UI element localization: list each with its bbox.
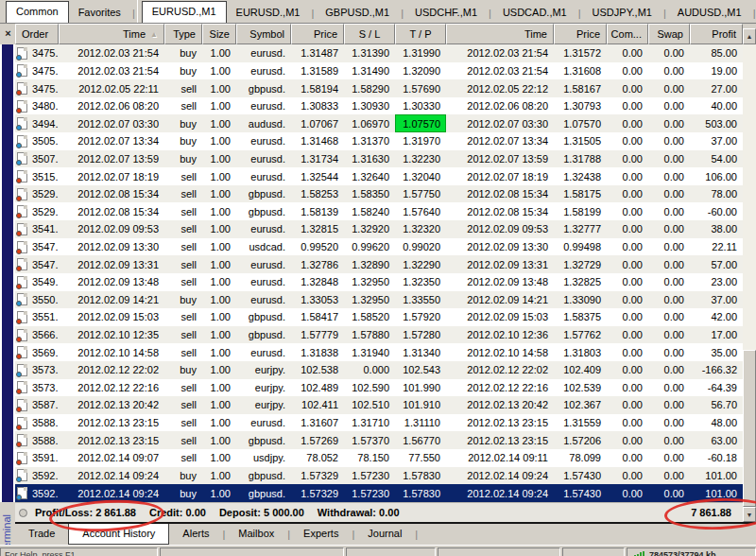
cell-sl: 1.32950	[344, 291, 395, 309]
tab-common[interactable]: Common	[6, 1, 69, 23]
cell-open_time: 2012.02.13 23:15	[59, 414, 164, 432]
buy-dot-icon	[16, 301, 22, 306]
cell-close_price: 1.32729	[554, 255, 607, 273]
history-row[interactable]: 3550...2012.02.09 14:21buy1.00eurusd.1.3…	[15, 291, 743, 309]
sell-dot-icon	[16, 266, 22, 271]
balance-row: Profit/Loss: 2 861.88 Credit: 0.00 Depos…	[15, 502, 743, 522]
cell-open_time: 2012.02.09 15:03	[59, 308, 164, 326]
chart-tab-usdjpy-m1[interactable]: USDJPY.,M1	[583, 4, 662, 23]
cell-open_time: 2012.02.05 22:11	[59, 79, 164, 97]
cell-size: 1.00	[202, 62, 236, 80]
history-row[interactable]: 3480...2012.02.06 08:20sell1.00eurusd.1.…	[15, 97, 743, 115]
cell-size: 1.00	[202, 202, 236, 220]
cell-open_price: 78.052	[291, 449, 344, 467]
column-header-type[interactable]: Type	[164, 24, 202, 44]
scrollbar-up-icon[interactable]: ▲	[743, 28, 756, 44]
cell-order: 3475...	[15, 62, 59, 80]
chart-tab-eurusd-m1[interactable]: EURUSD.,M1	[142, 1, 227, 23]
history-row[interactable]: 3551...2012.02.09 15:03sell1.00gbpusd.1.…	[15, 308, 743, 326]
column-header-close_price[interactable]: Price	[554, 24, 607, 44]
history-row[interactable]: 3569...2012.02.10 14:58sell1.00eurusd.1.…	[15, 343, 743, 361]
history-row[interactable]: 3547...2012.02.09 13:31sell1.00eurusd.1.…	[15, 255, 743, 273]
column-header-close_time[interactable]: Time	[446, 24, 554, 44]
history-row[interactable]: 3515...2012.02.07 18:19sell1.00eurusd.1.…	[15, 167, 743, 185]
terminal-tab-alerts[interactable]: Alerts	[169, 524, 222, 545]
chart-tab-eurusd-m1[interactable]: EURUSD.,M1	[227, 4, 310, 23]
history-row[interactable]: 3507...2012.02.07 13:59buy1.00eurusd.1.3…	[15, 150, 743, 168]
order-doc-sell-icon	[17, 399, 27, 411]
cell-open_time: 2012.02.06 08:20	[59, 97, 164, 115]
history-row[interactable]: 3592...2012.02.14 09:24buy1.00gbpusd.1.5…	[15, 484, 743, 502]
terminal-tab-account-history[interactable]: Account History	[68, 524, 169, 545]
history-row[interactable]: 3549...2012.02.09 13:48sell1.00eurusd.1.…	[15, 273, 743, 291]
cell-type: sell	[164, 238, 202, 256]
history-row[interactable]: 3573...2012.02.12 22:02buy1.00eurjpy.102…	[15, 361, 743, 379]
column-header-symbol[interactable]: Symbol	[236, 24, 291, 44]
cell-order: 3480...	[15, 97, 59, 115]
column-header-tp[interactable]: T / P	[395, 24, 446, 44]
chart-tab-usdchf-m1[interactable]: USDCHF.,M1	[405, 4, 487, 23]
column-header-swap[interactable]: Swap	[648, 24, 690, 44]
column-header-sl[interactable]: S / L	[344, 24, 395, 44]
column-header-order[interactable]: Order	[15, 24, 59, 44]
history-row[interactable]: 3475...2012.02.03 21:54buy1.00eurusd.1.3…	[15, 62, 743, 80]
cell-open_time: 2012.02.10 14:58	[59, 343, 164, 361]
cell-sl: 78.150	[344, 449, 395, 467]
column-header-label: Type	[173, 28, 196, 40]
order-number: 3551...	[32, 311, 59, 322]
order-number: 3507...	[32, 153, 59, 165]
sell-dot-icon	[16, 337, 22, 342]
history-row[interactable]: 3588...2012.02.13 23:15sell1.00gbpusd.1.…	[15, 431, 743, 449]
cell-close_time: 2012.02.03 21:54	[446, 44, 554, 62]
history-row[interactable]: 3587...2012.02.13 20:42sell1.00eurjpy.10…	[15, 396, 743, 414]
cell-type: buy	[164, 150, 202, 168]
history-row[interactable]: 3541...2012.02.09 09:53sell1.00eurusd.1.…	[15, 220, 743, 238]
history-row[interactable]: 3566...2012.02.10 12:35sell1.00gbpusd.1.…	[15, 326, 743, 344]
status-segment	[562, 547, 625, 556]
cell-profit: 56.70	[690, 396, 743, 414]
chart-tab-usdcad-m1[interactable]: USDCAD.,M1	[493, 4, 576, 23]
vertical-scrollbar[interactable]: ▼	[743, 44, 756, 522]
column-header-size[interactable]: Size	[202, 24, 236, 44]
terminal-tab-trade[interactable]: Trade	[15, 524, 68, 545]
scrollbar-thumb[interactable]	[743, 350, 756, 507]
scrollbar-down-icon[interactable]: ▼	[743, 507, 756, 522]
terminal-tab-experts[interactable]: Experts	[290, 524, 352, 545]
cell-open_time: 2012.02.09 14:21	[59, 291, 164, 309]
column-header-open_time[interactable]: Time▲	[59, 24, 164, 44]
cell-close_time: 2012.02.06 08:20	[446, 97, 554, 115]
tab-favorites[interactable]: Favorites	[69, 4, 130, 23]
history-row[interactable]: 3547...2012.02.09 13:30sell1.00usdcad.0.…	[15, 238, 743, 256]
status-segment	[438, 547, 560, 556]
cell-tp: 1.32230	[395, 150, 446, 168]
history-row[interactable]: 3494...2012.02.07 03:30buy1.00audusd.1.0…	[15, 114, 743, 132]
buy-dot-icon	[16, 55, 22, 61]
history-row[interactable]: 3591...2012.02.14 09:07sell1.00usdjpy.78…	[15, 449, 743, 467]
history-row[interactable]: 3592...2012.02.14 09:24buy1.00gbpusd.1.5…	[15, 467, 743, 485]
cell-size: 1.00	[202, 343, 236, 361]
cell-symbol: eurusd.	[236, 273, 291, 291]
history-row[interactable]: 3588...2012.02.13 23:15sell1.00eurusd.1.…	[15, 414, 743, 432]
chart-tab-gbpusd-m1[interactable]: GBPUSD.,M1	[316, 4, 399, 23]
history-row[interactable]: 3505...2012.02.07 13:34buy1.00eurusd.1.3…	[15, 132, 743, 150]
column-header-profit[interactable]: Profit	[690, 24, 743, 44]
history-row[interactable]: 3529...2012.02.08 15:34sell1.00gbpusd.1.…	[15, 202, 743, 220]
cell-tp: 1.57280	[395, 326, 446, 344]
cell-type: sell	[164, 326, 202, 344]
history-row[interactable]: 3573...2012.02.12 22:16sell1.00eurjpy.10…	[15, 379, 743, 397]
column-header-label: Order	[22, 28, 48, 40]
history-row[interactable]: 3475...2012.02.05 22:11sell1.00gbpusd.1.…	[15, 79, 743, 97]
history-row[interactable]: 3475...2012.02.03 21:54buy1.00eurusd.1.3…	[15, 44, 743, 62]
cell-type: sell	[164, 343, 202, 361]
cell-tp: 1.33550	[395, 291, 446, 309]
cell-order: 3573...	[15, 379, 59, 397]
chart-tab-audusd-m1[interactable]: AUDUSD.,M1	[668, 4, 751, 23]
order-number: 3494...	[32, 118, 59, 130]
column-header-commission[interactable]: Com...	[607, 24, 648, 44]
cell-open_price: 1.58253	[291, 185, 344, 203]
terminal-tab-mailbox[interactable]: Mailbox	[225, 524, 287, 545]
history-row[interactable]: 3529...2012.02.08 15:34sell1.00gbpusd.1.…	[15, 185, 743, 203]
column-header-open_price[interactable]: Price	[291, 24, 344, 44]
close-icon[interactable]: ×	[2, 27, 14, 41]
terminal-tab-journal[interactable]: Journal	[354, 524, 415, 545]
